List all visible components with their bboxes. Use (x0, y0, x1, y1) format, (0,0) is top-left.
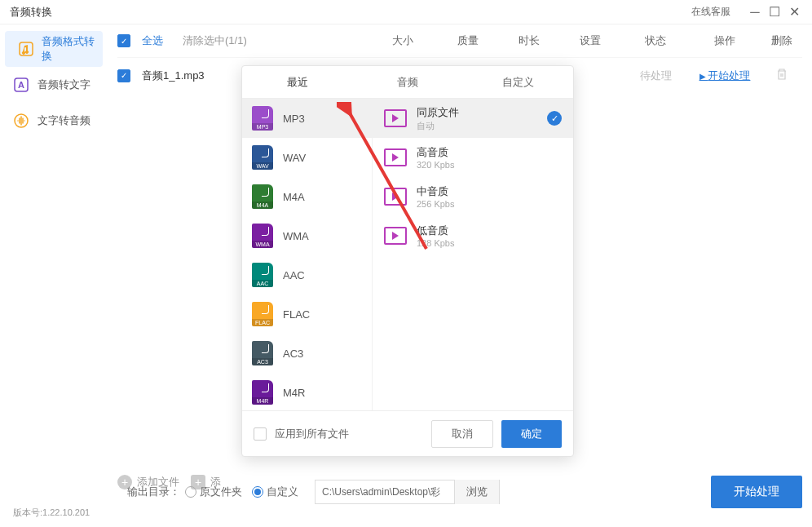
file-format-icon: WAV (252, 145, 273, 170)
video-icon (384, 109, 407, 127)
quality-name: 高音质 (417, 145, 562, 160)
trash-icon[interactable] (775, 71, 788, 83)
col-action: 操作 (688, 33, 761, 48)
quality-name: 低音质 (417, 224, 562, 238)
file-format-icon: FLAC (252, 302, 273, 326)
file-status: 待处理 (623, 69, 688, 83)
quality-item-2[interactable]: 中音质256 Kpbs (373, 177, 573, 216)
format-item-wma[interactable]: WMAWMA (242, 216, 372, 255)
sidebar-item-text-to-audio[interactable]: 文字转音频 (0, 103, 108, 139)
svg-text:A: A (18, 80, 24, 90)
sidebar-item-label: 音频转文字 (38, 78, 90, 92)
minimize-button[interactable]: ─ (747, 4, 763, 20)
sidebar-item-audio-to-text[interactable]: A 音频转文字 (0, 67, 108, 103)
sidebar-item-label: 文字转音频 (38, 113, 90, 128)
start-all-button[interactable]: 开始处理 (711, 476, 802, 508)
quality-sub: 256 Kpbs (417, 199, 562, 209)
format-item-aac[interactable]: AACAAC (242, 255, 372, 294)
select-all-checkbox[interactable] (117, 34, 130, 47)
col-size: 大小 (370, 33, 435, 48)
format-item-mp3[interactable]: MP3MP3 (242, 99, 372, 138)
ok-button[interactable]: 确定 (501, 420, 562, 448)
output-custom-radio[interactable]: 自定义 (252, 485, 298, 499)
col-settings: 设置 (558, 33, 623, 48)
quality-sub: 自动 (417, 120, 537, 132)
col-quality: 质量 (435, 33, 501, 48)
file-format-icon: AC3 (252, 341, 273, 365)
format-item-ac3[interactable]: AC3AC3 (242, 334, 372, 373)
customer-service-link[interactable]: 在线客服 (691, 5, 730, 19)
close-button[interactable]: ✕ (786, 4, 802, 20)
check-icon: ✓ (547, 111, 562, 126)
format-label: M4A (283, 191, 305, 203)
format-label: WAV (283, 152, 306, 164)
file-format-icon: M4R (252, 380, 273, 405)
file-checkbox[interactable] (117, 69, 130, 82)
format-label: MP3 (283, 113, 305, 125)
start-process-link[interactable]: 开始处理 (699, 69, 751, 82)
waveform-icon (13, 113, 29, 129)
format-label: AAC (283, 269, 305, 281)
quality-name: 中音质 (417, 184, 562, 199)
format-label: AC3 (283, 348, 303, 360)
list-header: 全选 清除选中(1/1) 大小 质量 时长 设置 状态 操作 删除 (117, 24, 802, 57)
quality-item-1[interactable]: 高音质320 Kpbs (373, 138, 573, 177)
video-icon (384, 227, 407, 245)
sidebar-item-label: 音频格式转换 (42, 34, 103, 64)
format-item-m4r[interactable]: M4RM4R (242, 373, 372, 410)
tab-audio[interactable]: 音频 (352, 66, 462, 98)
file-format-icon: WMA (252, 224, 273, 248)
output-path-input[interactable]: C:\Users\admin\Desktop\彩 (316, 485, 454, 499)
letter-a-icon: A (13, 77, 29, 93)
video-icon (384, 188, 407, 206)
quality-item-0[interactable]: 同原文件自动✓ (373, 99, 573, 138)
version-label: 版本号:1.22.10.201 (13, 507, 90, 519)
format-item-flac[interactable]: FLACFLAC (242, 294, 372, 334)
apply-all-label: 应用到所有文件 (275, 427, 423, 441)
col-status: 状态 (623, 33, 688, 48)
browse-button[interactable]: 浏览 (454, 480, 499, 504)
format-item-wav[interactable]: WAVWAV (242, 138, 372, 177)
select-all-label[interactable]: 全选 (142, 33, 163, 48)
sidebar: 音频格式转换 A 音频转文字 文字转音频 (0, 24, 108, 498)
format-label: FLAC (283, 308, 310, 321)
sidebar-item-format-convert[interactable]: 音频格式转换 (5, 31, 103, 67)
file-format-icon: AAC (252, 263, 273, 287)
video-icon (384, 148, 407, 166)
quality-name: 同原文件 (417, 105, 537, 120)
format-popup: 最近 音频 自定义 MP3MP3WAVWAVM4AM4AWMAWMAAACAAC… (241, 65, 574, 457)
file-format-icon: M4A (252, 184, 273, 209)
clear-selection-link[interactable]: 清除选中(1/1) (183, 33, 247, 48)
quality-sub: 320 Kpbs (417, 160, 562, 170)
music-note-icon (18, 41, 33, 57)
maximize-button[interactable]: ☐ (766, 4, 783, 20)
output-original-label: 原文件夹 (200, 485, 242, 499)
app-title: 音频转换 (10, 5, 52, 20)
output-dir-label: 输出目录： (127, 485, 180, 499)
tab-recent[interactable]: 最近 (242, 66, 352, 98)
format-item-m4a[interactable]: M4AM4A (242, 177, 372, 216)
cancel-button[interactable]: 取消 (431, 420, 493, 448)
format-label: WMA (283, 230, 309, 242)
col-delete: 删除 (761, 33, 802, 48)
output-custom-label: 自定义 (267, 485, 298, 499)
col-duration: 时长 (501, 33, 558, 48)
tab-custom[interactable]: 自定义 (463, 66, 573, 98)
output-original-radio[interactable]: 原文件夹 (185, 485, 242, 499)
quality-item-3[interactable]: 低音质128 Kpbs (373, 216, 573, 255)
quality-sub: 128 Kpbs (417, 238, 562, 248)
format-label: M4R (283, 387, 305, 399)
apply-all-checkbox[interactable] (254, 427, 267, 441)
file-format-icon: MP3 (252, 106, 273, 131)
